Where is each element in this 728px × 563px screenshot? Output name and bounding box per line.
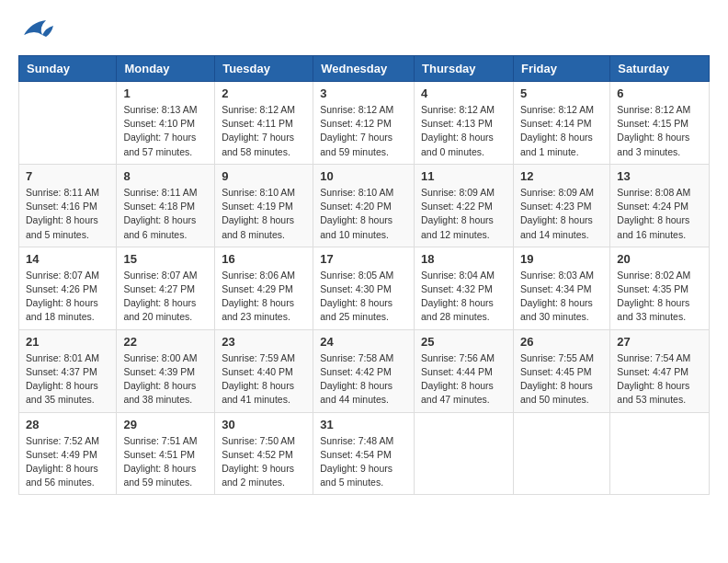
- day-info: Sunrise: 8:09 AM Sunset: 4:22 PM Dayligh…: [421, 186, 506, 242]
- calendar-cell: 23Sunrise: 7:59 AM Sunset: 4:40 PM Dayli…: [215, 329, 313, 412]
- week-row-3: 21Sunrise: 8:01 AM Sunset: 4:37 PM Dayli…: [19, 329, 710, 412]
- day-info: Sunrise: 7:54 AM Sunset: 4:47 PM Dayligh…: [617, 351, 702, 408]
- calendar-cell: 11Sunrise: 8:09 AM Sunset: 4:22 PM Dayli…: [415, 164, 514, 247]
- day-info: Sunrise: 7:58 AM Sunset: 4:42 PM Dayligh…: [320, 351, 407, 408]
- day-number: 7: [26, 169, 109, 183]
- header-cell-wednesday: Wednesday: [313, 56, 415, 82]
- day-info: Sunrise: 8:07 AM Sunset: 4:27 PM Dayligh…: [123, 269, 208, 325]
- day-number: 1: [123, 86, 208, 100]
- day-number: 14: [26, 252, 109, 266]
- calendar-cell: 24Sunrise: 7:58 AM Sunset: 4:42 PM Dayli…: [313, 329, 415, 412]
- day-number: 5: [520, 86, 603, 100]
- day-info: Sunrise: 8:05 AM Sunset: 4:30 PM Dayligh…: [320, 269, 407, 325]
- calendar-cell: 3Sunrise: 8:12 AM Sunset: 4:12 PM Daylig…: [313, 82, 415, 165]
- header-cell-thursday: Thursday: [415, 56, 514, 82]
- day-number: 6: [617, 86, 702, 100]
- day-info: Sunrise: 7:55 AM Sunset: 4:45 PM Dayligh…: [520, 351, 603, 408]
- day-info: Sunrise: 8:06 AM Sunset: 4:29 PM Dayligh…: [222, 269, 306, 325]
- day-info: Sunrise: 8:12 AM Sunset: 4:12 PM Dayligh…: [320, 103, 407, 159]
- calendar-cell: 17Sunrise: 8:05 AM Sunset: 4:30 PM Dayli…: [313, 247, 415, 329]
- header-cell-sunday: Sunday: [19, 56, 117, 82]
- calendar-cell: 13Sunrise: 8:08 AM Sunset: 4:24 PM Dayli…: [610, 164, 710, 247]
- calendar-cell: [513, 412, 609, 495]
- day-info: Sunrise: 8:11 AM Sunset: 4:16 PM Dayligh…: [26, 186, 109, 242]
- day-info: Sunrise: 8:13 AM Sunset: 4:10 PM Dayligh…: [123, 103, 208, 159]
- header-cell-monday: Monday: [117, 56, 215, 82]
- day-number: 27: [617, 335, 702, 349]
- day-info: Sunrise: 8:12 AM Sunset: 4:13 PM Dayligh…: [421, 103, 506, 159]
- calendar-cell: 10Sunrise: 8:10 AM Sunset: 4:20 PM Dayli…: [313, 164, 415, 247]
- calendar-cell: 15Sunrise: 8:07 AM Sunset: 4:27 PM Dayli…: [117, 247, 215, 329]
- calendar-cell: 16Sunrise: 8:06 AM Sunset: 4:29 PM Dayli…: [215, 247, 313, 329]
- calendar-cell: 8Sunrise: 8:11 AM Sunset: 4:18 PM Daylig…: [117, 164, 215, 247]
- day-info: Sunrise: 8:00 AM Sunset: 4:39 PM Dayligh…: [123, 351, 208, 408]
- day-number: 12: [520, 169, 603, 183]
- day-info: Sunrise: 8:02 AM Sunset: 4:35 PM Dayligh…: [617, 269, 702, 325]
- calendar-cell: [19, 82, 117, 165]
- header-cell-friday: Friday: [513, 56, 609, 82]
- day-info: Sunrise: 8:11 AM Sunset: 4:18 PM Dayligh…: [123, 186, 208, 242]
- day-info: Sunrise: 8:10 AM Sunset: 4:20 PM Dayligh…: [320, 186, 407, 242]
- day-number: 2: [222, 86, 306, 100]
- week-row-0: 1Sunrise: 8:13 AM Sunset: 4:10 PM Daylig…: [19, 82, 710, 165]
- calendar-cell: 19Sunrise: 8:03 AM Sunset: 4:34 PM Dayli…: [513, 247, 609, 329]
- day-info: Sunrise: 7:50 AM Sunset: 4:52 PM Dayligh…: [222, 434, 306, 490]
- calendar-cell: 4Sunrise: 8:12 AM Sunset: 4:13 PM Daylig…: [415, 82, 514, 165]
- day-number: 29: [123, 418, 208, 431]
- day-info: Sunrise: 8:01 AM Sunset: 4:37 PM Dayligh…: [26, 351, 109, 408]
- day-number: 31: [320, 418, 407, 431]
- day-info: Sunrise: 8:03 AM Sunset: 4:34 PM Dayligh…: [520, 269, 603, 325]
- calendar-cell: 1Sunrise: 8:13 AM Sunset: 4:10 PM Daylig…: [117, 82, 215, 165]
- day-info: Sunrise: 8:10 AM Sunset: 4:19 PM Dayligh…: [222, 186, 306, 242]
- day-info: Sunrise: 8:04 AM Sunset: 4:32 PM Dayligh…: [421, 269, 506, 325]
- day-info: Sunrise: 7:52 AM Sunset: 4:49 PM Dayligh…: [26, 434, 109, 490]
- day-number: 17: [320, 252, 407, 266]
- day-number: 20: [617, 252, 702, 266]
- day-number: 11: [421, 169, 506, 183]
- day-number: 26: [520, 335, 603, 349]
- calendar-cell: 27Sunrise: 7:54 AM Sunset: 4:47 PM Dayli…: [610, 329, 710, 412]
- day-number: 30: [222, 418, 306, 431]
- calendar-body: 1Sunrise: 8:13 AM Sunset: 4:10 PM Daylig…: [19, 82, 710, 495]
- day-number: 18: [421, 252, 506, 266]
- week-row-4: 28Sunrise: 7:52 AM Sunset: 4:49 PM Dayli…: [19, 412, 710, 495]
- week-row-1: 7Sunrise: 8:11 AM Sunset: 4:16 PM Daylig…: [19, 164, 710, 247]
- calendar-cell: 25Sunrise: 7:56 AM Sunset: 4:44 PM Dayli…: [415, 329, 514, 412]
- calendar-cell: 18Sunrise: 8:04 AM Sunset: 4:32 PM Dayli…: [415, 247, 514, 329]
- calendar-cell: 7Sunrise: 8:11 AM Sunset: 4:16 PM Daylig…: [19, 164, 117, 247]
- calendar-cell: 20Sunrise: 8:02 AM Sunset: 4:35 PM Dayli…: [610, 247, 710, 329]
- week-row-2: 14Sunrise: 8:07 AM Sunset: 4:26 PM Dayli…: [19, 247, 710, 329]
- day-info: Sunrise: 8:09 AM Sunset: 4:23 PM Dayligh…: [520, 186, 603, 242]
- header-row: SundayMondayTuesdayWednesdayThursdayFrid…: [19, 56, 710, 82]
- day-info: Sunrise: 8:12 AM Sunset: 4:11 PM Dayligh…: [222, 103, 306, 159]
- day-number: 4: [421, 86, 506, 100]
- day-number: 16: [222, 252, 306, 266]
- day-number: 19: [520, 252, 603, 266]
- logo: [18, 18, 57, 46]
- day-number: 21: [26, 335, 109, 349]
- day-number: 10: [320, 169, 407, 183]
- calendar-header: SundayMondayTuesdayWednesdayThursdayFrid…: [19, 56, 710, 82]
- calendar-cell: 12Sunrise: 8:09 AM Sunset: 4:23 PM Dayli…: [513, 164, 609, 247]
- header-cell-saturday: Saturday: [610, 56, 710, 82]
- day-number: 28: [26, 418, 109, 431]
- calendar-cell: 22Sunrise: 8:00 AM Sunset: 4:39 PM Dayli…: [117, 329, 215, 412]
- calendar-cell: [610, 412, 710, 495]
- calendar-cell: 26Sunrise: 7:55 AM Sunset: 4:45 PM Dayli…: [513, 329, 609, 412]
- calendar-cell: 21Sunrise: 8:01 AM Sunset: 4:37 PM Dayli…: [19, 329, 117, 412]
- calendar-cell: 30Sunrise: 7:50 AM Sunset: 4:52 PM Dayli…: [215, 412, 313, 495]
- calendar-cell: 14Sunrise: 8:07 AM Sunset: 4:26 PM Dayli…: [19, 247, 117, 329]
- day-number: 25: [421, 335, 506, 349]
- day-number: 23: [222, 335, 306, 349]
- calendar-cell: 5Sunrise: 8:12 AM Sunset: 4:14 PM Daylig…: [513, 82, 609, 165]
- calendar-cell: 29Sunrise: 7:51 AM Sunset: 4:51 PM Dayli…: [117, 412, 215, 495]
- day-info: Sunrise: 7:48 AM Sunset: 4:54 PM Dayligh…: [320, 434, 407, 490]
- day-info: Sunrise: 8:12 AM Sunset: 4:15 PM Dayligh…: [617, 103, 702, 159]
- day-number: 22: [123, 335, 208, 349]
- calendar-cell: 6Sunrise: 8:12 AM Sunset: 4:15 PM Daylig…: [610, 82, 710, 165]
- calendar-cell: 2Sunrise: 8:12 AM Sunset: 4:11 PM Daylig…: [215, 82, 313, 165]
- calendar-cell: 9Sunrise: 8:10 AM Sunset: 4:19 PM Daylig…: [215, 164, 313, 247]
- day-info: Sunrise: 8:12 AM Sunset: 4:14 PM Dayligh…: [520, 103, 603, 159]
- header-cell-tuesday: Tuesday: [215, 56, 313, 82]
- day-number: 9: [222, 169, 306, 183]
